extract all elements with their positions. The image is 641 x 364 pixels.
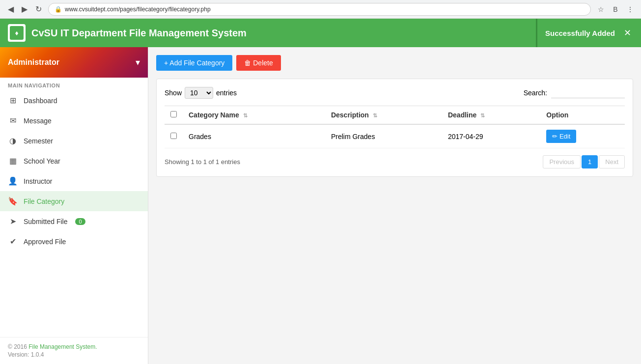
logo-icon: ♦ bbox=[10, 26, 24, 40]
address-bar[interactable]: 🔒 www.cvsuitdept.com/pages/filecategory/… bbox=[48, 3, 591, 16]
delete-button[interactable]: 🗑 Delete bbox=[236, 55, 280, 71]
search-input[interactable] bbox=[551, 88, 625, 98]
pagination: Previous 1 Next bbox=[543, 155, 625, 168]
col-option: Option bbox=[540, 106, 625, 125]
app-header: ♦ CvSU IT Department File Management Sys… bbox=[0, 19, 641, 47]
select-all-checkbox[interactable] bbox=[170, 111, 177, 117]
sidebar-item-dashboard[interactable]: ⊞ Dashboard bbox=[0, 90, 148, 111]
row-checkbox[interactable] bbox=[170, 133, 177, 139]
sidebar-item-semester[interactable]: ◑ Semester bbox=[0, 131, 148, 151]
sidebar-label-message: Message bbox=[24, 117, 52, 125]
entries-select[interactable]: 10 25 50 100 bbox=[185, 87, 213, 99]
sidebar-item-school-year[interactable]: ▦ School Year bbox=[0, 151, 148, 171]
sidebar-label-approved-file: Approved File bbox=[24, 238, 66, 246]
col-description: Description ⇅ bbox=[325, 106, 442, 125]
edit-button[interactable]: ✏ Edit bbox=[546, 130, 576, 143]
sidebar-label-file-category: File Category bbox=[24, 197, 64, 205]
showing-text: Showing 1 to 1 of 1 entries bbox=[165, 158, 240, 166]
sidebar-nav-label: MAIN NAVIGATION bbox=[0, 78, 148, 90]
toast-message: Successfully Added bbox=[545, 29, 615, 37]
sidebar: Administrator ▾ MAIN NAVIGATION ⊞ Dashbo… bbox=[0, 47, 148, 364]
sidebar-item-submitted-file[interactable]: ➤ Submitted File 0 bbox=[0, 211, 148, 231]
browser-chrome: ◀ ▶ ↻ 🔒 www.cvsuitdept.com/pages/filecat… bbox=[0, 0, 641, 19]
url-text: www.cvsuitdept.com/pages/filecategory/fi… bbox=[65, 6, 211, 13]
table-footer: Showing 1 to 1 of 1 entries Previous 1 N… bbox=[165, 155, 625, 168]
version-label: Version: bbox=[8, 351, 31, 358]
sort-category-icon[interactable]: ⇅ bbox=[243, 112, 248, 118]
content-area: + Add File Category 🗑 Delete Show 10 25 … bbox=[148, 47, 641, 364]
row-checkbox-cell bbox=[165, 124, 183, 148]
next-page-button[interactable]: Next bbox=[599, 155, 625, 168]
approved-file-icon: ✔ bbox=[8, 237, 18, 246]
sidebar-item-file-category[interactable]: 🔖 File Category bbox=[0, 191, 148, 211]
app-title: CvSU IT Department File Management Syste… bbox=[31, 28, 247, 39]
refresh-button[interactable]: ↻ bbox=[32, 3, 44, 15]
sidebar-label-school-year: School Year bbox=[24, 157, 60, 165]
submitted-file-icon: ➤ bbox=[8, 217, 18, 226]
add-file-category-button[interactable]: + Add File Category bbox=[156, 55, 232, 71]
submitted-file-badge: 0 bbox=[75, 218, 85, 225]
show-entries-control: Show 10 25 50 100 entries bbox=[165, 87, 237, 99]
sort-deadline-icon[interactable]: ⇅ bbox=[480, 112, 485, 118]
footer-link[interactable]: File Management System. bbox=[28, 343, 97, 350]
file-category-icon: 🔖 bbox=[8, 196, 18, 206]
action-bar: + Add File Category 🗑 Delete bbox=[156, 55, 633, 71]
table-header-row: Category Name ⇅ Description ⇅ Deadline ⇅ bbox=[165, 106, 625, 125]
secure-icon: 🔒 bbox=[55, 6, 62, 13]
page-1-button[interactable]: 1 bbox=[582, 155, 598, 168]
instructor-icon: 👤 bbox=[8, 176, 18, 186]
app-logo: ♦ bbox=[8, 24, 26, 42]
message-icon: ✉ bbox=[8, 116, 18, 125]
table-container: Show 10 25 50 100 entries Search: bbox=[156, 79, 633, 177]
semester-icon: ◑ bbox=[8, 136, 18, 145]
categories-table: Category Name ⇅ Description ⇅ Deadline ⇅ bbox=[165, 106, 625, 148]
sort-description-icon[interactable]: ⇅ bbox=[373, 112, 377, 118]
main-layout: Administrator ▾ MAIN NAVIGATION ⊞ Dashbo… bbox=[0, 47, 641, 364]
search-control: Search: bbox=[524, 88, 625, 98]
copyright-text: © 2016 bbox=[8, 343, 28, 350]
menu-button[interactable]: ⋮ bbox=[624, 3, 636, 15]
table-controls: Show 10 25 50 100 entries Search: bbox=[165, 87, 625, 99]
row-deadline: 2017-04-29 bbox=[442, 124, 540, 148]
sidebar-item-message[interactable]: ✉ Message bbox=[0, 111, 148, 131]
prev-page-button[interactable]: Previous bbox=[543, 155, 581, 168]
browser-action-buttons: ☆ B ⋮ bbox=[595, 3, 636, 15]
sidebar-user-header: Administrator ▾ bbox=[0, 47, 148, 78]
show-label: Show bbox=[165, 89, 182, 97]
col-category-name: Category Name ⇅ bbox=[183, 106, 325, 125]
dashboard-icon: ⊞ bbox=[8, 96, 18, 105]
sidebar-label-instructor: Instructor bbox=[24, 177, 52, 185]
version-number: 1.0.4 bbox=[31, 351, 44, 358]
sidebar-label-submitted-file: Submitted File bbox=[24, 218, 67, 225]
toast-notification: Successfully Added ✕ bbox=[536, 19, 641, 47]
col-deadline: Deadline ⇅ bbox=[442, 106, 540, 125]
forward-button[interactable]: ▶ bbox=[19, 3, 30, 15]
sidebar-item-approved-file[interactable]: ✔ Approved File bbox=[0, 231, 148, 252]
extension-button[interactable]: B bbox=[610, 3, 621, 15]
bookmark-button[interactable]: ☆ bbox=[595, 3, 607, 15]
row-description: Prelim Grades bbox=[325, 124, 442, 148]
sidebar-label-semester: Semester bbox=[24, 137, 53, 145]
row-category-name: Grades bbox=[183, 124, 325, 148]
row-option-cell: ✏ Edit bbox=[540, 124, 625, 148]
table-row: Grades Prelim Grades 2017-04-29 ✏ Edit bbox=[165, 124, 625, 148]
sidebar-footer: © 2016 File Management System. Version: … bbox=[0, 337, 148, 364]
sidebar-username: Administrator bbox=[8, 58, 59, 67]
toast-close-button[interactable]: ✕ bbox=[624, 28, 631, 37]
sidebar-label-dashboard: Dashboard bbox=[24, 97, 57, 105]
browser-nav-buttons: ◀ ▶ ↻ bbox=[5, 3, 44, 15]
back-button[interactable]: ◀ bbox=[5, 3, 17, 15]
sidebar-chevron-icon[interactable]: ▾ bbox=[136, 57, 140, 68]
search-label: Search: bbox=[524, 89, 547, 97]
sidebar-item-instructor[interactable]: 👤 Instructor bbox=[0, 171, 148, 191]
school-year-icon: ▦ bbox=[8, 156, 18, 166]
entries-label: entries bbox=[216, 89, 237, 97]
select-all-col bbox=[165, 106, 183, 125]
